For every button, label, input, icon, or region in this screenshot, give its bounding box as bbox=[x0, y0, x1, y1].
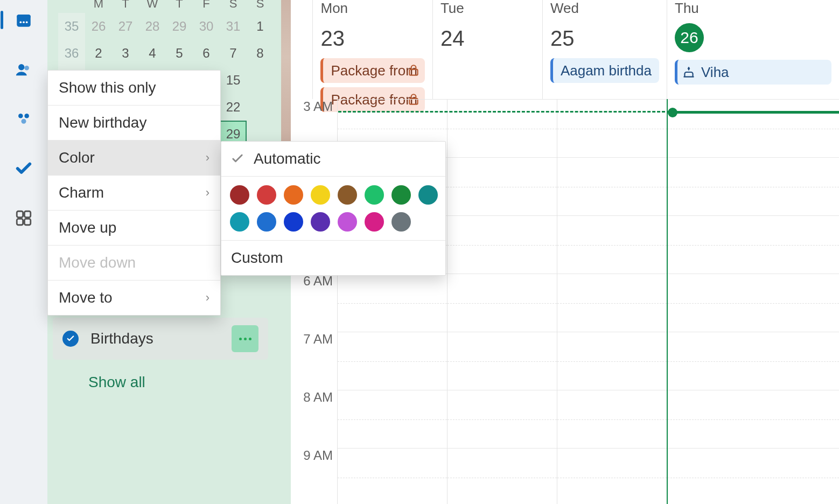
hour-slot[interactable] bbox=[448, 448, 557, 504]
apps-icon bbox=[15, 209, 33, 227]
hour-slot[interactable] bbox=[668, 390, 839, 448]
mini-calendar-dow-row: M T W T F S S bbox=[58, 0, 274, 13]
hour-slot[interactable] bbox=[557, 157, 667, 215]
svg-point-7 bbox=[18, 114, 23, 118]
calendar-visibility-toggle[interactable] bbox=[62, 331, 79, 347]
hour-slot[interactable] bbox=[668, 99, 839, 157]
calendar-item-birthdays[interactable]: Birthdays bbox=[53, 318, 268, 360]
color-swatch[interactable] bbox=[338, 185, 357, 205]
show-all-link[interactable]: Show all bbox=[53, 374, 268, 391]
svg-point-6 bbox=[24, 66, 29, 71]
checkmark-icon bbox=[66, 334, 75, 344]
svg-rect-13 bbox=[24, 219, 30, 225]
hour-slot[interactable] bbox=[668, 157, 839, 215]
svg-point-4 bbox=[26, 21, 28, 23]
rail-calendar[interactable] bbox=[10, 6, 37, 33]
color-swatch[interactable] bbox=[365, 185, 384, 205]
day-column-wed[interactable] bbox=[557, 99, 667, 504]
hour-slot[interactable] bbox=[557, 99, 667, 157]
color-swatch[interactable] bbox=[311, 212, 330, 232]
rail-groups[interactable] bbox=[10, 106, 37, 132]
hour-slot[interactable] bbox=[448, 215, 557, 274]
rail-people[interactable] bbox=[10, 56, 37, 83]
color-swatch[interactable] bbox=[338, 212, 357, 232]
today-badge: 26 bbox=[675, 23, 704, 52]
people-icon bbox=[15, 60, 33, 79]
hour-slot[interactable] bbox=[668, 332, 839, 390]
color-swatch[interactable] bbox=[418, 185, 438, 205]
hour-slot[interactable] bbox=[448, 274, 557, 332]
color-swatch[interactable] bbox=[391, 212, 411, 232]
svg-rect-1 bbox=[17, 15, 31, 18]
hour-slot[interactable] bbox=[448, 99, 557, 157]
color-swatch[interactable] bbox=[257, 185, 276, 205]
ctx-color[interactable]: Color › bbox=[48, 141, 220, 176]
day-header-tue[interactable]: Tue 24 bbox=[432, 0, 542, 99]
hour-slot[interactable] bbox=[338, 390, 447, 448]
color-custom[interactable]: Custom bbox=[221, 241, 445, 275]
rail-todo[interactable] bbox=[10, 155, 37, 182]
hour-slot[interactable] bbox=[448, 157, 557, 215]
ctx-move-up[interactable]: Move up bbox=[48, 211, 220, 246]
color-automatic[interactable]: Automatic bbox=[221, 142, 445, 177]
ctx-show-this-only[interactable]: Show this only bbox=[48, 71, 220, 106]
chevron-right-icon: › bbox=[206, 151, 209, 165]
hour-slot[interactable] bbox=[338, 448, 447, 504]
svg-point-8 bbox=[24, 114, 29, 118]
hour-slot[interactable] bbox=[668, 448, 839, 504]
calendar-item-label: Birthdays bbox=[90, 330, 220, 347]
svg-point-2 bbox=[19, 21, 22, 23]
svg-rect-11 bbox=[24, 211, 30, 217]
hour-slot[interactable] bbox=[448, 332, 557, 390]
color-swatch[interactable] bbox=[284, 185, 303, 205]
hour-slot[interactable] bbox=[338, 274, 447, 332]
calendar-icon bbox=[15, 11, 33, 29]
svg-point-5 bbox=[18, 64, 24, 70]
calendar-context-menu: Show this only New birthday Color › Char… bbox=[47, 70, 221, 316]
rail-apps[interactable] bbox=[10, 205, 37, 232]
hour-slot[interactable] bbox=[557, 448, 667, 504]
groups-icon bbox=[15, 110, 33, 128]
hour-slot[interactable] bbox=[557, 332, 667, 390]
color-swatch[interactable] bbox=[365, 212, 384, 232]
color-submenu: Automatic Custom bbox=[221, 141, 446, 276]
checkmark-icon bbox=[230, 151, 245, 166]
svg-rect-14 bbox=[409, 69, 417, 75]
all-day-event[interactable]: Package from bbox=[320, 58, 424, 83]
svg-rect-12 bbox=[17, 219, 23, 225]
mini-calendar-row: 36 2 3 4 5 6 7 8 bbox=[58, 40, 274, 67]
hour-slot[interactable] bbox=[338, 332, 447, 390]
day-header-thu[interactable]: Thu 26 Viha bbox=[667, 0, 839, 99]
hour-slot[interactable] bbox=[557, 215, 667, 274]
color-swatch-grid bbox=[221, 177, 445, 241]
color-swatch[interactable] bbox=[284, 212, 303, 232]
hour-slot[interactable] bbox=[557, 274, 667, 332]
color-swatch[interactable] bbox=[230, 185, 249, 205]
ctx-move-to[interactable]: Move to › bbox=[48, 281, 220, 315]
svg-rect-10 bbox=[17, 211, 23, 217]
hour-slot[interactable] bbox=[668, 274, 839, 332]
day-column-tue[interactable] bbox=[447, 99, 557, 504]
color-swatch[interactable] bbox=[257, 212, 276, 232]
color-swatch[interactable] bbox=[311, 185, 330, 205]
color-swatch[interactable] bbox=[230, 212, 249, 232]
lock-icon bbox=[407, 64, 421, 78]
svg-point-9 bbox=[21, 119, 26, 124]
hour-slot[interactable] bbox=[448, 390, 557, 448]
day-column-thu[interactable] bbox=[667, 99, 839, 504]
hour-slot[interactable] bbox=[668, 215, 839, 274]
time-label: 7 AM bbox=[291, 332, 337, 390]
svg-point-3 bbox=[23, 21, 25, 23]
check-icon bbox=[15, 159, 33, 178]
day-header-row: Mon 23 Package from Package from Tue 24 … bbox=[291, 0, 839, 99]
ctx-charm[interactable]: Charm › bbox=[48, 176, 220, 211]
ctx-new-birthday[interactable]: New birthday bbox=[48, 106, 220, 141]
day-header-wed[interactable]: Wed 25 Aagam birthda bbox=[542, 0, 667, 99]
all-day-event[interactable]: Aagam birthda bbox=[550, 58, 659, 83]
day-header-mon[interactable]: Mon 23 Package from Package from bbox=[312, 0, 432, 99]
color-swatch[interactable] bbox=[391, 185, 411, 205]
hour-slot[interactable] bbox=[557, 390, 667, 448]
all-day-event[interactable]: Viha bbox=[675, 60, 831, 85]
calendar-item-more-button[interactable] bbox=[232, 325, 258, 352]
time-label: 6 AM bbox=[291, 274, 337, 332]
